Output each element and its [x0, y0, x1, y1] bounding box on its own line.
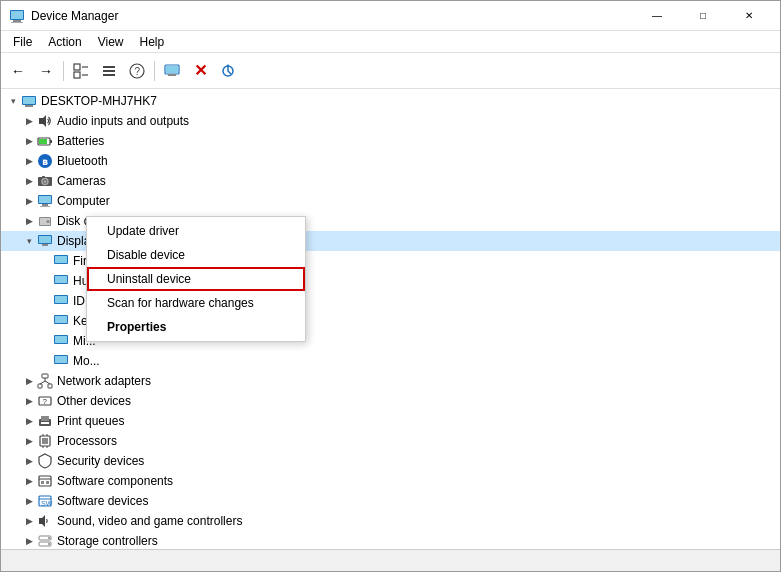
svg-rect-2 [11, 22, 23, 23]
storage-expander[interactable]: ▶ [21, 533, 37, 549]
close-button[interactable]: ✕ [726, 1, 772, 31]
svg-text:?: ? [135, 66, 141, 77]
svg-rect-70 [39, 476, 51, 486]
title-bar: Device Manager — □ ✕ [1, 1, 780, 31]
menu-view[interactable]: View [90, 33, 132, 51]
menu-file[interactable]: File [5, 33, 40, 51]
context-properties[interactable]: Properties [87, 315, 305, 339]
toolbar-help[interactable]: ? [124, 58, 150, 84]
list-item[interactable]: ▶ SW Software devices [1, 491, 780, 511]
svg-rect-3 [11, 11, 23, 19]
tree-root[interactable]: ▾ DESKTOP-MHJ7HK7 [1, 91, 780, 111]
svg-marker-21 [39, 115, 46, 127]
security-expander[interactable]: ▶ [21, 453, 37, 469]
processor-expander[interactable]: ▶ [21, 433, 37, 449]
security-icon [37, 453, 53, 469]
list-item[interactable]: ▶ Computer [1, 191, 780, 211]
svg-rect-65 [42, 438, 48, 444]
print-expander[interactable]: ▶ [21, 413, 37, 429]
svg-rect-72 [41, 481, 44, 484]
svg-rect-46 [55, 296, 67, 303]
security-label: Security devices [57, 454, 144, 468]
batteries-expander[interactable]: ▶ [21, 133, 37, 149]
list-item[interactable]: ▶ Print queues [1, 411, 780, 431]
display-icon [37, 233, 53, 249]
other-expander[interactable]: ▶ [21, 393, 37, 409]
hu-icon [53, 273, 69, 289]
list-item[interactable]: ▶ Network adapters [1, 371, 780, 391]
svg-rect-50 [55, 336, 67, 343]
svg-rect-1 [13, 20, 21, 22]
toolbar-scan[interactable] [215, 58, 241, 84]
sound-expander[interactable]: ▶ [21, 513, 37, 529]
processor-icon [37, 433, 53, 449]
tree-view[interactable]: ▾ DESKTOP-MHJ7HK7 ▶ [1, 89, 780, 549]
cameras-expander[interactable]: ▶ [21, 173, 37, 189]
toolbar-device-mgr[interactable] [159, 58, 185, 84]
display-expander[interactable]: ▾ [21, 233, 37, 249]
storage-icon [37, 533, 53, 549]
svg-rect-40 [42, 244, 48, 246]
list-item[interactable]: ▶ Processors [1, 431, 780, 451]
context-disable-device[interactable]: Disable device [87, 243, 305, 267]
toolbar-delete[interactable]: ✕ [187, 58, 213, 84]
menu-help[interactable]: Help [132, 33, 173, 51]
menu-action[interactable]: Action [40, 33, 89, 51]
toolbar-expand[interactable] [68, 58, 94, 84]
cameras-label: Cameras [57, 174, 106, 188]
audio-expander[interactable]: ▶ [21, 113, 37, 129]
bluetooth-expander[interactable]: ▶ [21, 153, 37, 169]
context-update-driver[interactable]: Update driver [87, 219, 305, 243]
computer-icon [37, 193, 53, 209]
sw-dev-icon: SW [37, 493, 53, 509]
svg-rect-32 [39, 196, 51, 203]
svg-rect-8 [103, 66, 115, 68]
toolbar-sep1 [63, 61, 64, 81]
toolbar-collapse[interactable] [96, 58, 122, 84]
sw-comp-expander[interactable]: ▶ [21, 473, 37, 489]
sw-dev-expander[interactable]: ▶ [21, 493, 37, 509]
menu-bar: File Action View Help [1, 31, 780, 53]
svg-rect-14 [166, 66, 178, 73]
sw-comp-icon [37, 473, 53, 489]
toolbar-sep2 [154, 61, 155, 81]
toolbar-back[interactable]: ← [5, 58, 31, 84]
list-item[interactable]: ▶ Batteries [1, 131, 780, 151]
list-item[interactable]: ▶ Security devices [1, 451, 780, 471]
list-item[interactable]: ▶ ʙ Bluetooth [1, 151, 780, 171]
bluetooth-label: Bluetooth [57, 154, 108, 168]
svg-rect-9 [103, 70, 115, 72]
window-controls: — □ ✕ [634, 1, 772, 31]
svg-rect-33 [42, 204, 48, 206]
mo-icon [53, 353, 69, 369]
maximize-button[interactable]: □ [680, 1, 726, 31]
list-item[interactable]: ▶ ? Other devices [1, 391, 780, 411]
list-item[interactable]: ▶ Software components [1, 471, 780, 491]
svg-point-81 [48, 543, 50, 545]
computer-expander[interactable]: ▶ [21, 193, 37, 209]
context-uninstall-device[interactable]: Uninstall device [87, 267, 305, 291]
toolbar-forward[interactable]: → [33, 58, 59, 84]
sound-icon [37, 513, 53, 529]
disk-expander[interactable]: ▶ [21, 213, 37, 229]
root-expander[interactable]: ▾ [5, 93, 21, 109]
toolbar: ← → ? ✕ [1, 53, 780, 89]
svg-point-80 [48, 537, 50, 539]
list-item[interactable]: ▶ Mo... [1, 351, 780, 371]
root-label: DESKTOP-MHJ7HK7 [41, 94, 157, 108]
network-expander[interactable]: ▶ [21, 373, 37, 389]
list-item[interactable]: ▶ Audio inputs and outputs [1, 111, 780, 131]
svg-rect-52 [55, 356, 67, 363]
cameras-icon [37, 173, 53, 189]
list-item[interactable]: ▶ Cameras [1, 171, 780, 191]
context-scan-changes[interactable]: Scan for hardware changes [87, 291, 305, 315]
svg-rect-30 [42, 176, 45, 178]
svg-rect-15 [168, 74, 176, 76]
list-item[interactable]: ▶ Sound, video and game controllers [1, 511, 780, 531]
svg-rect-53 [42, 374, 48, 378]
minimize-button[interactable]: — [634, 1, 680, 31]
svg-text:SW: SW [41, 500, 53, 507]
list-item[interactable]: ▶ Storage controllers [1, 531, 780, 549]
svg-line-57 [40, 381, 45, 384]
svg-rect-23 [50, 140, 52, 143]
